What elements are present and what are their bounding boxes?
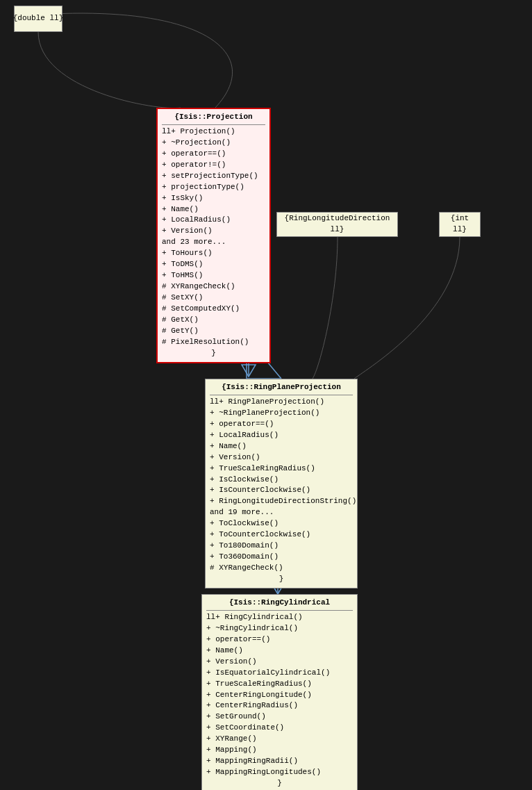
ring-cyl-method-13: + Mapping() [206, 745, 353, 756]
svg-marker-5 [242, 365, 256, 377]
projection-method-1: ll+ Projection() [162, 126, 265, 138]
ring-longitude-label: {RingLongitudeDirectionll} [285, 213, 390, 236]
projection-method-more: and 23 more... [162, 237, 265, 248]
ring-plane-method-11: + ToClockwise() [210, 518, 353, 529]
ring-plane-method-12: + ToCounterClockwise() [210, 529, 353, 541]
projection-method-18: # GetY() [162, 326, 265, 337]
ring-plane-method-6: + Version() [210, 452, 353, 463]
projection-method-4: + operator!=() [162, 160, 265, 171]
ring-cyl-method-8: + CenterRingLongitude() [206, 690, 353, 701]
ring-cylindrical-title: {Isis::RingCylindrical [206, 598, 353, 611]
projection-method-11: + ToHours() [162, 248, 265, 259]
ring-plane-method-9: + IsCounterClockwise() [210, 485, 353, 496]
ring-cyl-method-4: + Name() [206, 645, 353, 657]
ring-cyl-method-3: + operator==() [206, 634, 353, 645]
projection-method-9: + LocalRadius() [162, 215, 265, 226]
ring-plane-method-more: and 19 more... [210, 507, 353, 518]
ring-cyl-method-7: + TrueScaleRingRadius() [206, 679, 353, 690]
ring-plane-method-5: + Name() [210, 441, 353, 452]
ring-plane-close: } [210, 574, 353, 585]
projection-method-19: # PixelResolution() [162, 337, 265, 348]
ring-plane-method-13: + To180Domain() [210, 541, 353, 552]
projection-method-16: # SetComputedXY() [162, 304, 265, 315]
ring-cyl-method-1: ll+ RingCylindrical() [206, 612, 353, 623]
ring-cyl-method-12: + XYRange() [206, 734, 353, 745]
projection-method-7: + IsSky() [162, 193, 265, 204]
ring-cyl-method-14: + MappingRingRadii() [206, 756, 353, 767]
ring-plane-box: {Isis::RingPlaneProjection ll+ RingPlane… [205, 379, 358, 589]
ring-plane-method-10: + RingLongitudeDirectionString() [210, 496, 353, 507]
projection-method-5: + setProjectionType() [162, 171, 265, 182]
ring-cyl-method-11: + SetCoordinate() [206, 723, 353, 734]
ring-cyl-close: } [206, 778, 353, 789]
ring-plane-method-15: # XYRangeCheck() [210, 563, 353, 574]
ring-plane-method-14: + To360Domain() [210, 552, 353, 563]
ring-plane-method-2: + ~RingPlaneProjection() [210, 408, 353, 419]
projection-title: {Isis::Projection [162, 112, 265, 125]
ring-plane-method-4: + LocalRadius() [210, 430, 353, 441]
ring-cyl-method-2: + ~RingCylindrical() [206, 623, 353, 634]
projection-method-3: + operator==() [162, 149, 265, 160]
projection-method-15: # SetXY() [162, 293, 265, 304]
ring-cyl-method-5: + Version() [206, 657, 353, 668]
int-ll-box: {intll} [439, 212, 481, 237]
double-ll-label: {double ll} [13, 13, 64, 24]
projection-method-12: + ToDMS() [162, 259, 265, 270]
ring-cyl-method-10: + SetGround() [206, 711, 353, 723]
ring-longitude-box: {RingLongitudeDirectionll} [276, 212, 398, 237]
double-ll-box: {double ll} [14, 6, 63, 32]
projection-method-6: + projectionType() [162, 182, 265, 193]
ring-cyl-method-6: + IsEquatorialCylindrical() [206, 668, 353, 679]
ring-plane-method-1: ll+ RingPlaneProjection() [210, 397, 353, 408]
projection-method-2: + ~Projection() [162, 138, 265, 149]
diagram-container: {double ll} {RingLongitudeDirectionll} {… [0, 0, 532, 790]
projection-method-13: + ToHMS() [162, 270, 265, 281]
projection-method-17: # GetX() [162, 315, 265, 326]
ring-plane-title: {Isis::RingPlaneProjection [210, 382, 353, 395]
ring-cyl-method-15: + MappingRingLongitudes() [206, 767, 353, 778]
projection-method-10: + Version() [162, 226, 265, 237]
ring-cylindrical-box: {Isis::RingCylindrical ll+ RingCylindric… [201, 594, 358, 790]
int-ll-label: {intll} [451, 213, 469, 236]
projection-method-14: # XYRangeCheck() [162, 281, 265, 293]
ring-plane-method-3: + operator==() [210, 419, 353, 430]
ring-plane-method-7: + TrueScaleRingRadius() [210, 463, 353, 475]
ring-plane-method-8: + IsClockwise() [210, 475, 353, 486]
projection-close: } [162, 348, 265, 359]
projection-method-8: + Name() [162, 204, 265, 215]
projection-box: {Isis::Projection ll+ Projection() + ~Pr… [156, 108, 271, 363]
ring-cyl-method-9: + CenterRingRadius() [206, 700, 353, 711]
